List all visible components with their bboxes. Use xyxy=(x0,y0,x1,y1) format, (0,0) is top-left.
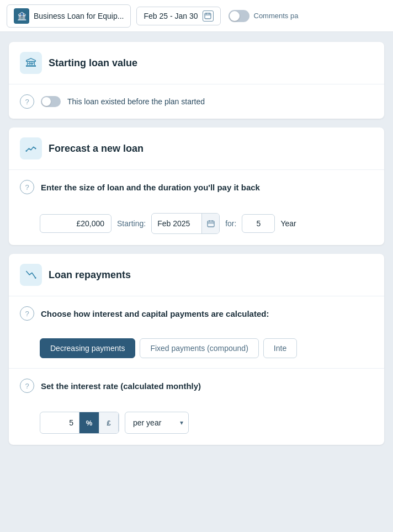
loan-repayments-title: Loan repayments xyxy=(49,269,131,281)
existed-help-icon[interactable]: ? xyxy=(20,94,34,109)
rate-value-input[interactable] xyxy=(40,414,79,432)
forecast-loan-header: Forecast a new loan xyxy=(9,127,384,170)
decreasing-payments-button[interactable]: Decreasing payments xyxy=(40,338,135,358)
comments-toggle[interactable] xyxy=(229,10,249,22)
existed-label: This loan existed before the plan starte… xyxy=(67,97,205,106)
loan-repayments-header: Loan repayments xyxy=(9,254,384,296)
fixed-payments-button[interactable]: Fixed payments (compound) xyxy=(140,338,258,358)
payment-type-help-icon[interactable]: ? xyxy=(20,306,34,321)
start-date-calendar-icon[interactable] xyxy=(201,214,219,233)
forecast-inputs-row: Starting: for: Year xyxy=(9,204,384,245)
loan-repayments-card: Loan repayments ? Choose how interest an… xyxy=(9,254,384,445)
loan-repayments-icon xyxy=(20,264,42,286)
starting-loan-header: Starting loan value xyxy=(9,42,384,84)
payment-type-buttons: Decreasing payments Fixed payments (comp… xyxy=(9,331,384,368)
starting-loan-title: Starting loan value xyxy=(49,57,137,69)
calendar-icon xyxy=(203,10,214,22)
forecast-loan-icon xyxy=(20,137,42,159)
starting-loan-card: Starting loan value ? This loan existed … xyxy=(9,42,384,119)
pound-button[interactable]: £ xyxy=(99,412,119,434)
svg-rect-6 xyxy=(208,221,214,227)
forecast-loan-title: Forecast a new loan xyxy=(49,143,144,155)
forecast-help-label: Enter the size of loan and the duration … xyxy=(41,183,260,192)
loan-amount-input[interactable] xyxy=(40,214,111,233)
for-text: for: xyxy=(225,219,236,228)
interest-rate-help-row: ? Set the interest rate (calculated mont… xyxy=(9,369,384,403)
payment-type-help-row: ? Choose how interest and capital paymen… xyxy=(9,296,384,331)
svg-rect-0 xyxy=(205,13,211,19)
period-select[interactable]: per year per month xyxy=(125,412,189,434)
interest-only-button[interactable]: Inte xyxy=(263,338,297,358)
bank-icon: 🏦 xyxy=(14,8,29,24)
existed-row: ? This loan existed before the plan star… xyxy=(9,84,384,119)
starting-text: Starting: xyxy=(117,219,146,228)
forecast-loan-card: Forecast a new loan ? Enter the size of … xyxy=(9,127,384,245)
duration-input[interactable] xyxy=(242,214,275,233)
payment-type-help-label: Choose how interest and capital payments… xyxy=(41,309,269,318)
comments-label: Comments pa xyxy=(254,12,299,20)
period-select-wrap: per year per month ▾ xyxy=(125,412,189,434)
duration-unit-label: Year xyxy=(280,219,296,228)
svg-point-4 xyxy=(35,148,36,150)
account-selector[interactable]: 🏦 Business Loan for Equip... xyxy=(7,4,131,28)
interest-rate-inputs: % £ per year per month ▾ xyxy=(9,403,384,445)
start-date-input[interactable] xyxy=(152,215,201,232)
svg-point-10 xyxy=(35,277,36,279)
date-range-button[interactable]: Feb 25 - Jan 30 xyxy=(136,7,220,25)
forecast-help-row: ? Enter the size of loan and the duratio… xyxy=(9,170,384,204)
comments-toggle-wrap: Comments pa xyxy=(229,10,299,22)
top-bar: 🏦 Business Loan for Equip... Feb 25 - Ja… xyxy=(0,0,393,32)
forecast-help-icon[interactable]: ? xyxy=(20,180,34,194)
percent-button[interactable]: % xyxy=(79,412,99,434)
starting-loan-icon xyxy=(20,52,42,74)
interest-rate-help-label: Set the interest rate (calculated monthl… xyxy=(41,381,201,391)
start-date-wrap xyxy=(151,213,220,234)
account-label: Business Loan for Equip... xyxy=(34,12,124,20)
date-range-label: Feb 25 - Jan 30 xyxy=(144,12,198,20)
svg-point-5 xyxy=(25,150,27,152)
existed-toggle[interactable] xyxy=(41,96,61,107)
rate-input-wrap: % £ xyxy=(40,412,119,434)
interest-rate-help-icon[interactable]: ? xyxy=(20,379,34,393)
main-content: Starting loan value ? This loan existed … xyxy=(0,32,393,464)
